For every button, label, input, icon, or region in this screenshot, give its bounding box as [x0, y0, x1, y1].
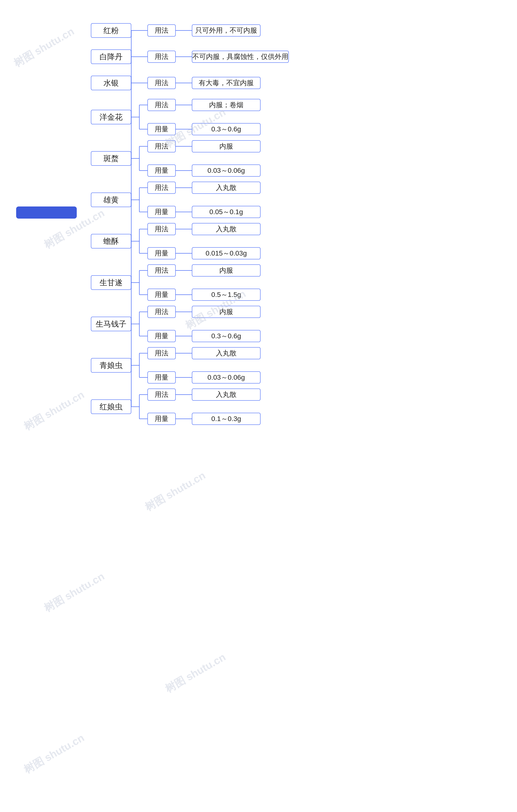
node-baijiangdan_yfa: 用法	[147, 51, 176, 63]
watermark-text: 树图 shutu.cn	[11, 24, 77, 70]
node-banmao_yliang: 用量	[147, 165, 176, 177]
node-shuiyin: 水银	[91, 76, 131, 90]
node-shuiyin_yfa: 用法	[147, 77, 176, 89]
node-qingniangchong_yliang_val: 0.03～0.06g	[192, 371, 261, 383]
node-yangjinhua_yfa_val: 内服；卷烟	[192, 99, 261, 111]
tree-wrapper: 红粉用法只可外用，不可内服白降丹用法不可内服，具腐蚀性，仅供外用水银用法有大毒，…	[85, 12, 509, 436]
node-shenggansui_yliang: 用量	[147, 289, 176, 301]
node-xionghuang: 雄黄	[91, 193, 131, 207]
node-shuiyin_val: 有大毒，不宜内服	[192, 77, 261, 89]
watermark-text: 树图 shutu.cn	[21, 731, 87, 777]
mind-map-container: 树图 shutu.cn 树图 shutu.cn 树图 shutu.cn 树图 s…	[0, 0, 517, 812]
root-node	[16, 206, 77, 219]
node-yangjinhua: 洋金花	[91, 110, 131, 124]
node-banmao_yliang_val: 0.03～0.06g	[192, 165, 261, 177]
node-chansu_yliang: 用量	[147, 247, 176, 259]
node-chansu_yfa: 用法	[147, 223, 176, 235]
node-baijiangdan: 白降丹	[91, 50, 131, 64]
watermark-text: 树图 shutu.cn	[163, 650, 228, 696]
node-hongniangchong_yfa: 用法	[147, 388, 176, 401]
node-shengmaqianzi: 生马钱子	[91, 317, 131, 331]
node-shenggansui_yfa_val: 内服	[192, 264, 261, 277]
node-xionghuang_yfa_val: 入丸散	[192, 182, 261, 194]
watermark-text: 树图 shutu.cn	[42, 570, 107, 615]
node-shenggansui_yfa: 用法	[147, 264, 176, 277]
node-qingniangchong_yliang: 用量	[147, 371, 176, 383]
node-shengmaqianzi_yliang: 用量	[147, 330, 176, 342]
node-baijiangdan_val: 不可内服，具腐蚀性，仅供外用	[192, 51, 289, 63]
node-xionghuang_yliang_val: 0.05～0.1g	[192, 206, 261, 218]
node-shengmaqianzi_yfa_val: 内服	[192, 306, 261, 318]
node-xionghuang_yliang: 用量	[147, 206, 176, 218]
node-hongniangchong_yfa_val: 入丸散	[192, 388, 261, 401]
node-hongfen_yfa: 用法	[147, 24, 176, 36]
node-qingniangchong_yfa: 用法	[147, 347, 176, 359]
node-banmao: 斑蝥	[91, 151, 131, 166]
node-chansu_yliang_val: 0.015～0.03g	[192, 247, 261, 259]
node-qingniangchong: 青娘虫	[91, 358, 131, 373]
node-banmao_yfa_val: 内服	[192, 140, 261, 152]
node-chansu_yfa_val: 入丸散	[192, 223, 261, 235]
node-yangjinhua_yfa: 用法	[147, 99, 176, 111]
node-qingniangchong_yfa_val: 入丸散	[192, 347, 261, 359]
node-yangjinhua_yliang_val: 0.3～0.6g	[192, 123, 261, 135]
node-chansu: 蟾酥	[91, 234, 131, 249]
node-hongfen_val: 只可外用，不可内服	[192, 24, 261, 36]
node-hongniangchong: 红娘虫	[91, 400, 131, 414]
node-hongniangchong_yliang_val: 0.1～0.3g	[192, 413, 261, 425]
watermark-text: 树图 shutu.cn	[142, 468, 208, 515]
node-yangjinhua_yliang: 用量	[147, 123, 176, 135]
node-shenggansui: 生甘遂	[91, 275, 131, 290]
watermark-text: 树图 shutu.cn	[21, 388, 87, 434]
node-hongniangchong_yliang: 用量	[147, 413, 176, 425]
node-banmao_yfa: 用法	[147, 140, 176, 152]
node-hongfen: 红粉	[91, 23, 131, 38]
node-shenggansui_yliang_val: 0.5～1.5g	[192, 289, 261, 301]
node-shengmaqianzi_yliang_val: 0.3～0.6g	[192, 330, 261, 342]
node-shengmaqianzi_yfa: 用法	[147, 306, 176, 318]
node-xionghuang_yfa: 用法	[147, 182, 176, 194]
